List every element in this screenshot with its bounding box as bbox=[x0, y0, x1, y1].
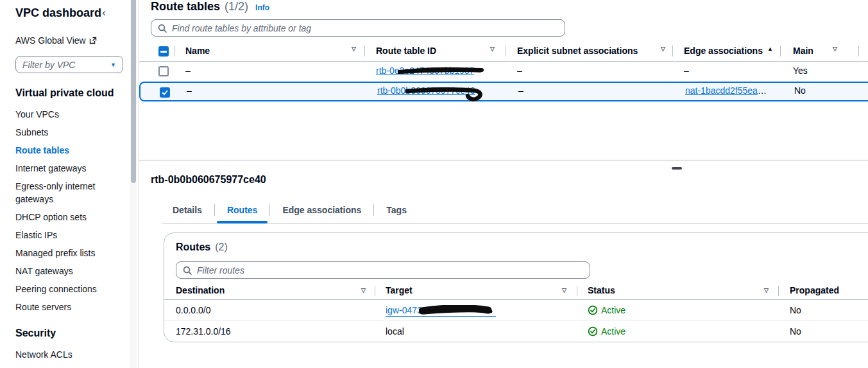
column-header-explicit-subnet-associations[interactable]: Explicit subnet associations bbox=[517, 46, 638, 56]
sort-icon[interactable]: ▽ bbox=[764, 287, 769, 294]
sidebar-item-internet-gateways[interactable]: Internet gateways bbox=[15, 162, 120, 175]
sidebar-item-route-tables[interactable]: Route tables bbox=[15, 144, 120, 157]
vpc-console: VPC dashboard ‹ AWS Global View Filter b… bbox=[0, 0, 868, 368]
propagated-cell: No bbox=[790, 305, 801, 315]
destination-cell: 0.0.0.0/0 bbox=[176, 305, 211, 315]
separator bbox=[214, 204, 215, 216]
status-active-icon bbox=[588, 326, 598, 337]
sidebar-heading-vpc: Virtual private cloud bbox=[15, 87, 120, 99]
routes-panel-count: (2) bbox=[215, 241, 228, 253]
sidebar-item-route-servers[interactable]: Route servers bbox=[15, 301, 120, 313]
sidebar-item-elastic-ips[interactable]: Elastic IPs bbox=[15, 229, 120, 241]
vpc-filter-select[interactable]: Filter by VPC ▼ bbox=[15, 56, 123, 73]
sidebar-item-managed-prefix-lists[interactable]: Managed prefix lists bbox=[15, 247, 120, 259]
sidebar-scrollbar-thumb[interactable] bbox=[131, 0, 136, 183]
split-panel-divider bbox=[139, 161, 868, 161]
target-cell: local bbox=[386, 326, 404, 337]
sidebar: VPC dashboard ‹ AWS Global View Filter b… bbox=[0, 0, 139, 368]
explicit-subnet-cell: – bbox=[517, 66, 522, 76]
aws-global-view-label: AWS Global View bbox=[15, 35, 86, 46]
route-table-row[interactable]: – rtb-0e2e2474357bb1937 – – Yes bbox=[139, 62, 868, 82]
row-checkbox-checked[interactable] bbox=[160, 87, 170, 98]
sidebar-scrollbar[interactable] bbox=[130, 0, 137, 368]
route-table-id-link[interactable]: rtb-0b0b060675977ce40 bbox=[377, 85, 475, 96]
column-header-name[interactable]: Name bbox=[185, 46, 210, 56]
separator bbox=[577, 286, 577, 296]
sort-icon[interactable]: ▽ bbox=[490, 46, 495, 52]
status-badge: Active bbox=[588, 305, 625, 315]
separator bbox=[373, 204, 374, 216]
row-checkbox[interactable] bbox=[158, 66, 169, 76]
separator bbox=[778, 286, 779, 296]
sidebar-item-network-acls[interactable]: Network ACLs bbox=[15, 348, 120, 361]
separator bbox=[780, 46, 781, 57]
column-header-edge-associations[interactable]: Edge associations bbox=[684, 46, 763, 56]
separator bbox=[364, 46, 365, 57]
column-header-main[interactable]: Main bbox=[793, 46, 813, 56]
separator bbox=[858, 46, 859, 57]
tab-details[interactable]: Details bbox=[162, 200, 212, 223]
internet-gateway-link[interactable]: igw-0473c9 bbox=[386, 305, 496, 317]
search-icon bbox=[183, 266, 192, 275]
routes-filter[interactable] bbox=[176, 261, 590, 279]
truncation-ellipsis: … bbox=[758, 85, 767, 96]
select-all-checkbox[interactable] bbox=[158, 46, 169, 57]
column-header-route-table-id[interactable]: Route table ID bbox=[376, 46, 436, 56]
nat-gateway-link[interactable]: nat-1bacdd2f55ea bbox=[685, 85, 758, 96]
igw-link-text: igw-0473c9 bbox=[386, 305, 432, 315]
tab-routes[interactable]: Routes bbox=[217, 200, 268, 223]
chevron-down-icon: ▼ bbox=[110, 62, 116, 68]
separator bbox=[269, 204, 270, 216]
routes-header-row: Destination ▽ Target ▽ Status ▽ Propagat… bbox=[164, 283, 868, 300]
split-panel-drag-handle[interactable] bbox=[672, 167, 682, 170]
sort-icon[interactable]: ▽ bbox=[361, 287, 366, 294]
name-cell: – bbox=[187, 85, 192, 96]
separator bbox=[672, 46, 673, 57]
status-badge: Active bbox=[588, 326, 625, 337]
route-tables-search-input[interactable] bbox=[172, 23, 558, 33]
route-table-row-selected[interactable]: – rtb-0b0b060675977ce40 – nat-1bacdd2f55… bbox=[139, 82, 868, 101]
check-icon bbox=[161, 89, 169, 96]
sidebar-heading-security: Security bbox=[15, 328, 120, 339]
route-tables-search[interactable] bbox=[151, 19, 565, 37]
column-header-propagated[interactable]: Propagated bbox=[790, 285, 839, 295]
page-count: (1/2) bbox=[225, 0, 248, 13]
sidebar-item-subnets[interactable]: Subnets bbox=[15, 126, 120, 139]
sidebar-item-your-vpcs[interactable]: Your VPCs bbox=[15, 108, 120, 121]
main-content: Route tables (1/2) Info Name ▽ Route tab… bbox=[139, 0, 868, 368]
column-header-destination[interactable]: Destination bbox=[176, 285, 225, 295]
separator bbox=[506, 46, 506, 57]
external-link-icon bbox=[89, 37, 97, 44]
tab-edge-associations[interactable]: Edge associations bbox=[272, 200, 371, 223]
routes-filter-input[interactable] bbox=[197, 265, 583, 276]
column-header-status[interactable]: Status bbox=[588, 285, 615, 295]
destination-cell: 172.31.0.0/16 bbox=[176, 326, 231, 337]
sidebar-item-dhcp-option-sets[interactable]: DHCP option sets bbox=[15, 211, 120, 223]
sort-icon[interactable]: ▽ bbox=[661, 46, 665, 52]
sort-icon[interactable]: ▽ bbox=[562, 287, 566, 294]
tab-tags[interactable]: Tags bbox=[376, 200, 417, 223]
sidebar-item-egress-only-internet-gateways[interactable]: Egress-only internet gateways bbox=[15, 180, 120, 206]
route-row: 0.0.0.0/0 igw-0473c9 bbox=[164, 300, 868, 321]
column-header-target[interactable]: Target bbox=[386, 285, 413, 295]
sidebar-item-peering-connections[interactable]: Peering connections bbox=[15, 283, 120, 295]
main-cell: Yes bbox=[793, 66, 808, 76]
sidebar-collapse-icon[interactable]: ‹ bbox=[102, 6, 106, 19]
route-tables-header-row: Name ▽ Route table ID ▽ Explicit subnet … bbox=[139, 42, 868, 62]
aws-global-view-link[interactable]: AWS Global View bbox=[15, 35, 120, 46]
route-row: 172.31.0.0/16 local Active No bbox=[164, 321, 868, 342]
sidebar-item-nat-gateways[interactable]: NAT gateways bbox=[15, 265, 120, 277]
route-table-id-link[interactable]: rtb-0e2e2474357bb1937 bbox=[376, 66, 474, 76]
vpc-filter-placeholder: Filter by VPC bbox=[22, 60, 75, 70]
page-title: Route tables bbox=[151, 0, 220, 13]
name-cell: – bbox=[185, 66, 191, 76]
routes-panel-title: Routes bbox=[176, 241, 210, 253]
separator bbox=[174, 46, 174, 57]
info-link[interactable]: Info bbox=[255, 3, 269, 12]
explicit-subnet-cell: – bbox=[518, 85, 523, 96]
sort-icon[interactable]: ▽ bbox=[352, 46, 356, 52]
main-cell: No bbox=[794, 85, 806, 96]
status-text: Active bbox=[601, 326, 625, 337]
sort-ascending-icon[interactable]: ▲ bbox=[767, 46, 773, 52]
sort-icon[interactable]: ▽ bbox=[833, 46, 837, 52]
